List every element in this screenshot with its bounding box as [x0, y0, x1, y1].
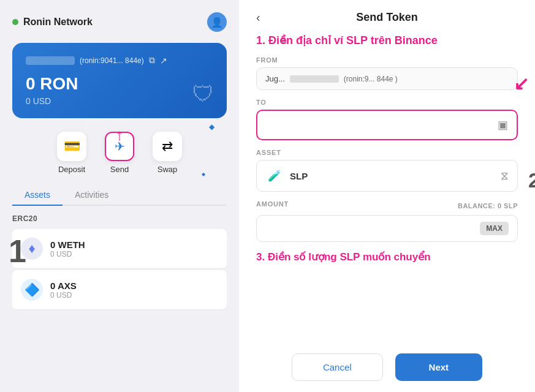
to-label: TO	[256, 99, 518, 106]
list-item[interactable]: 🔷 0 AXS 0 USD	[12, 270, 227, 310]
actions-row: 💳 Deposit ↑ ✈ Send ⇄ Swap ◆ ◆	[12, 132, 227, 174]
tab-activities[interactable]: Activities	[63, 185, 121, 206]
slp-icon: 🧪	[265, 167, 284, 185]
send-label: Send	[110, 165, 129, 174]
swap-icon: ⇄	[162, 138, 173, 154]
network-left: Ronin Network	[12, 17, 93, 28]
deposit-button[interactable]: 💳 Deposit	[57, 132, 86, 174]
to-input[interactable]	[266, 120, 498, 130]
from-address-short: (ronin:9... 844e )	[344, 75, 398, 83]
tab-assets[interactable]: Assets	[12, 185, 63, 206]
axs-name: 0 AXS	[50, 281, 218, 291]
step-2-badge: 2	[528, 168, 535, 192]
from-address-blur	[290, 75, 339, 83]
amount-header-row: AMOUNT BALANCE: 0 SLP	[256, 200, 518, 211]
weth-info: 0 WETH 0 USD	[50, 239, 218, 258]
swap-label: Swap	[157, 165, 178, 174]
shield-icon: 🛡	[192, 81, 214, 107]
send-button[interactable]: ↑ ✈ Send	[105, 132, 134, 174]
swap-button[interactable]: ⇄ Swap	[153, 132, 182, 174]
axs-info: 0 AXS 0 USD	[50, 281, 218, 300]
deposit-icon-wrap: 💳	[57, 132, 86, 161]
network-header: Ronin Network 👤	[12, 12, 227, 32]
left-panel: Ronin Network 👤 (ronin:9041... 844e) ⧉ ↗…	[0, 0, 239, 392]
step-1-badge: 1	[9, 233, 26, 270]
asset-name: SLP	[290, 171, 495, 181]
tabs-row: Assets Activities	[12, 185, 227, 206]
wallet-balance-usd: 0 USD	[26, 96, 213, 106]
arrow-indicator-icon: ↙	[514, 72, 529, 94]
scan-icon[interactable]: ▣	[498, 118, 508, 132]
from-name: Jug...	[265, 74, 285, 83]
wallet-address-blur	[26, 56, 75, 65]
weth-usd: 0 USD	[50, 250, 218, 258]
swap-icon-wrap: ⇄	[153, 132, 182, 161]
from-label: FROM	[256, 56, 518, 64]
wallet-address-row: (ronin:9041... 844e) ⧉ ↗	[26, 55, 213, 66]
external-link-icon[interactable]: ↗	[160, 56, 167, 66]
right-panel: ‹ Send Token 1. Điền địa chỉ ví SLP trên…	[239, 0, 535, 392]
instruction-1: 1. Điền địa chỉ ví SLP trên Binance	[256, 34, 518, 48]
cancel-button[interactable]: Cancel	[292, 353, 383, 381]
amount-label: AMOUNT	[256, 200, 289, 208]
axs-usd: 0 USD	[50, 291, 218, 300]
instruction-3: 3. Điền số lượng SLP muốn chuyển	[256, 251, 518, 264]
send-token-title: Send Token	[356, 11, 418, 24]
deposit-label: Deposit	[58, 165, 85, 174]
balance-label: BALANCE: 0 SLP	[458, 202, 518, 209]
wallet-address-text: (ronin:9041... 844e)	[80, 56, 144, 65]
to-field-container[interactable]: ▣	[256, 110, 518, 140]
layers-icon: ⧖	[501, 170, 509, 183]
diamond-deco-top: ◆	[209, 123, 214, 131]
amount-input[interactable]	[265, 224, 480, 233]
copy-icon[interactable]: ⧉	[149, 55, 155, 66]
avatar[interactable]: 👤	[207, 12, 227, 32]
deposit-icon: 💳	[64, 138, 80, 154]
send-token-header: ‹ Send Token	[256, 11, 518, 24]
asset-row-wrapper: 🧪 SLP ⧖ 2	[256, 160, 518, 200]
max-button[interactable]: MAX	[480, 222, 509, 235]
footer-buttons: Cancel Next	[256, 341, 518, 381]
from-field-container: Jug... (ronin:9... 844e ) ↙	[256, 67, 518, 99]
erc20-label: ERC20	[12, 214, 227, 223]
token-list: ♦ 0 WETH 0 USD 🔷 0 AXS 0 USD	[12, 229, 227, 311]
diamond-deco-bottom: ◆	[202, 172, 205, 177]
wallet-balance-ron: 0 RON	[26, 74, 213, 94]
back-button[interactable]: ‹	[256, 10, 260, 24]
red-arrow-icon: ↑	[116, 126, 124, 145]
asset-label: ASSET	[256, 149, 518, 156]
asset-selector[interactable]: 🧪 SLP ⧖	[256, 160, 518, 192]
next-button[interactable]: Next	[395, 353, 483, 381]
list-item[interactable]: ♦ 0 WETH 0 USD	[12, 229, 227, 269]
wallet-card: (ronin:9041... 844e) ⧉ ↗ 0 RON 0 USD 🛡	[12, 43, 227, 118]
axs-icon: 🔷	[21, 279, 43, 301]
amount-field[interactable]: MAX	[256, 215, 518, 242]
network-status-dot	[12, 19, 18, 25]
network-name: Ronin Network	[23, 17, 93, 28]
weth-name: 0 WETH	[50, 239, 218, 250]
from-field: Jug... (ronin:9... 844e )	[256, 67, 518, 90]
